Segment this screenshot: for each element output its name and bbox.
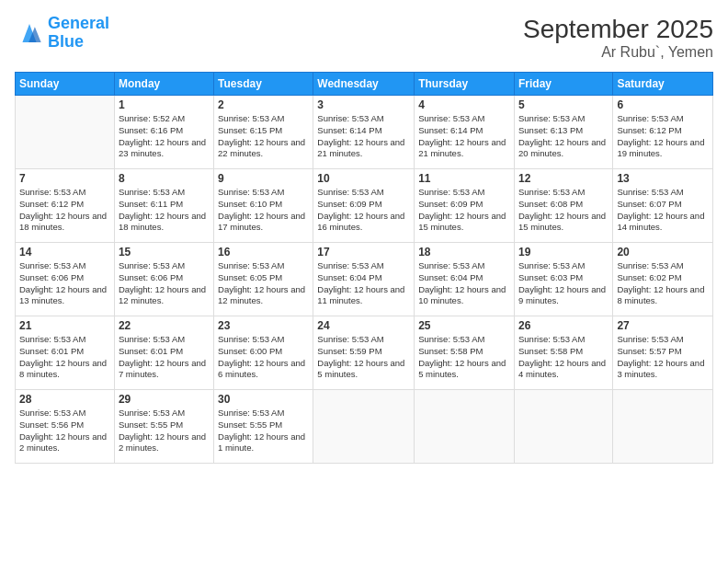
calendar-cell: 30Sunrise: 5:53 AMSunset: 5:55 PMDayligh… (214, 390, 313, 464)
calendar-cell: 15Sunrise: 5:53 AMSunset: 6:06 PMDayligh… (114, 243, 213, 316)
calendar-cell: 23Sunrise: 5:53 AMSunset: 6:00 PMDayligh… (214, 316, 313, 390)
day-info: Sunrise: 5:53 AMSunset: 6:14 PMDaylight:… (418, 113, 510, 160)
logo-text: General Blue (48, 15, 109, 52)
day-info: Sunrise: 5:53 AMSunset: 5:55 PMDaylight:… (119, 408, 210, 454)
day-info: Sunrise: 5:53 AMSunset: 6:01 PMDaylight:… (19, 334, 110, 381)
day-number: 11 (418, 172, 510, 185)
day-number: 8 (119, 172, 210, 185)
calendar-body: 1Sunrise: 5:52 AMSunset: 6:16 PMDaylight… (16, 96, 713, 464)
calendar-cell: 12Sunrise: 5:53 AMSunset: 6:08 PMDayligh… (514, 169, 612, 243)
day-number: 30 (218, 393, 309, 406)
day-number: 5 (518, 98, 609, 111)
calendar-cell: 1Sunrise: 5:52 AMSunset: 6:16 PMDaylight… (114, 96, 213, 169)
day-info: Sunrise: 5:53 AMSunset: 6:04 PMDaylight:… (317, 260, 410, 307)
calendar-cell (514, 390, 612, 464)
calendar-cell: 26Sunrise: 5:53 AMSunset: 5:58 PMDayligh… (514, 316, 612, 390)
day-number: 25 (418, 319, 510, 332)
calendar-cell: 2Sunrise: 5:53 AMSunset: 6:15 PMDaylight… (214, 96, 313, 169)
day-info: Sunrise: 5:53 AMSunset: 5:58 PMDaylight:… (518, 334, 609, 381)
day-number: 12 (518, 172, 609, 185)
day-info: Sunrise: 5:53 AMSunset: 6:11 PMDaylight:… (119, 187, 210, 234)
day-info: Sunrise: 5:53 AMSunset: 6:14 PMDaylight:… (317, 113, 410, 160)
th-saturday: Saturday (613, 73, 713, 96)
day-number: 21 (19, 319, 110, 332)
day-info: Sunrise: 5:53 AMSunset: 5:59 PMDaylight:… (317, 334, 410, 381)
calendar-cell: 10Sunrise: 5:53 AMSunset: 6:09 PMDayligh… (313, 169, 415, 243)
day-number: 18 (418, 246, 510, 259)
calendar-cell: 27Sunrise: 5:53 AMSunset: 5:57 PMDayligh… (613, 316, 713, 390)
calendar-header: Sunday Monday Tuesday Wednesday Thursday… (16, 73, 713, 96)
day-number: 7 (19, 172, 110, 185)
day-number: 4 (418, 98, 510, 111)
th-thursday: Thursday (415, 73, 515, 96)
th-tuesday: Tuesday (214, 73, 313, 96)
th-friday: Friday (514, 73, 612, 96)
calendar-table: Sunday Monday Tuesday Wednesday Thursday… (15, 72, 713, 464)
day-number: 15 (119, 246, 210, 259)
location-title: Ar Rubu`, Yemen (523, 44, 713, 61)
calendar-week-row: 14Sunrise: 5:53 AMSunset: 6:06 PMDayligh… (16, 243, 713, 316)
calendar-cell: 6Sunrise: 5:53 AMSunset: 6:12 PMDaylight… (613, 96, 713, 169)
calendar-cell: 21Sunrise: 5:53 AMSunset: 6:01 PMDayligh… (16, 316, 115, 390)
calendar-cell: 17Sunrise: 5:53 AMSunset: 6:04 PMDayligh… (313, 243, 415, 316)
calendar-cell (313, 390, 415, 464)
day-info: Sunrise: 5:53 AMSunset: 6:13 PMDaylight:… (518, 113, 609, 160)
day-info: Sunrise: 5:53 AMSunset: 6:05 PMDaylight:… (218, 260, 309, 307)
logo-icon (15, 20, 44, 46)
logo-blue: Blue (48, 32, 84, 51)
day-info: Sunrise: 5:53 AMSunset: 5:56 PMDaylight:… (19, 408, 110, 454)
day-info: Sunrise: 5:53 AMSunset: 6:09 PMDaylight:… (317, 187, 410, 234)
day-info: Sunrise: 5:53 AMSunset: 6:08 PMDaylight:… (518, 187, 609, 234)
calendar-cell: 16Sunrise: 5:53 AMSunset: 6:05 PMDayligh… (214, 243, 313, 316)
day-number: 14 (19, 246, 110, 259)
logo-general: General (48, 14, 109, 32)
day-info: Sunrise: 5:53 AMSunset: 5:58 PMDaylight:… (418, 334, 510, 381)
day-info: Sunrise: 5:53 AMSunset: 5:55 PMDaylight:… (218, 408, 309, 454)
th-sunday: Sunday (16, 73, 115, 96)
calendar-cell: 8Sunrise: 5:53 AMSunset: 6:11 PMDaylight… (114, 169, 213, 243)
day-number: 28 (19, 393, 110, 406)
calendar-cell: 24Sunrise: 5:53 AMSunset: 5:59 PMDayligh… (313, 316, 415, 390)
day-info: Sunrise: 5:53 AMSunset: 6:10 PMDaylight:… (218, 187, 309, 234)
day-number: 17 (317, 246, 410, 259)
calendar-cell: 7Sunrise: 5:53 AMSunset: 6:12 PMDaylight… (16, 169, 115, 243)
day-info: Sunrise: 5:53 AMSunset: 6:12 PMDaylight:… (617, 113, 709, 160)
day-number: 29 (119, 393, 210, 406)
calendar-cell: 9Sunrise: 5:53 AMSunset: 6:10 PMDaylight… (214, 169, 313, 243)
calendar-cell (613, 390, 713, 464)
calendar-cell: 20Sunrise: 5:53 AMSunset: 6:02 PMDayligh… (613, 243, 713, 316)
day-number: 26 (518, 319, 609, 332)
calendar-week-row: 21Sunrise: 5:53 AMSunset: 6:01 PMDayligh… (16, 316, 713, 390)
day-number: 19 (518, 246, 609, 259)
calendar-cell: 19Sunrise: 5:53 AMSunset: 6:03 PMDayligh… (514, 243, 612, 316)
day-number: 9 (218, 172, 309, 185)
calendar-cell: 29Sunrise: 5:53 AMSunset: 5:55 PMDayligh… (114, 390, 213, 464)
day-info: Sunrise: 5:52 AMSunset: 6:16 PMDaylight:… (119, 113, 210, 160)
calendar-cell: 11Sunrise: 5:53 AMSunset: 6:09 PMDayligh… (415, 169, 515, 243)
day-number: 16 (218, 246, 309, 259)
day-number: 22 (119, 319, 210, 332)
calendar-cell: 28Sunrise: 5:53 AMSunset: 5:56 PMDayligh… (16, 390, 115, 464)
calendar-page: General Blue September 2025 Ar Rubu`, Ye… (0, 0, 728, 563)
day-number: 2 (218, 98, 309, 111)
calendar-cell: 22Sunrise: 5:53 AMSunset: 6:01 PMDayligh… (114, 316, 213, 390)
calendar-cell (415, 390, 515, 464)
day-info: Sunrise: 5:53 AMSunset: 6:02 PMDaylight:… (617, 260, 709, 307)
day-number: 10 (317, 172, 410, 185)
th-monday: Monday (114, 73, 213, 96)
calendar-week-row: 1Sunrise: 5:52 AMSunset: 6:16 PMDaylight… (16, 96, 713, 169)
title-block: September 2025 Ar Rubu`, Yemen (523, 15, 713, 61)
calendar-cell: 13Sunrise: 5:53 AMSunset: 6:07 PMDayligh… (613, 169, 713, 243)
calendar-week-row: 28Sunrise: 5:53 AMSunset: 5:56 PMDayligh… (16, 390, 713, 464)
day-number: 27 (617, 319, 709, 332)
th-wednesday: Wednesday (313, 73, 415, 96)
day-info: Sunrise: 5:53 AMSunset: 5:57 PMDaylight:… (617, 334, 709, 381)
day-info: Sunrise: 5:53 AMSunset: 6:15 PMDaylight:… (218, 113, 309, 160)
day-info: Sunrise: 5:53 AMSunset: 6:06 PMDaylight:… (19, 260, 110, 307)
logo: General Blue (15, 15, 109, 52)
calendar-cell: 4Sunrise: 5:53 AMSunset: 6:14 PMDaylight… (415, 96, 515, 169)
day-number: 1 (119, 98, 210, 111)
day-info: Sunrise: 5:53 AMSunset: 6:12 PMDaylight:… (19, 187, 110, 234)
day-info: Sunrise: 5:53 AMSunset: 6:07 PMDaylight:… (617, 187, 709, 234)
calendar-cell: 25Sunrise: 5:53 AMSunset: 5:58 PMDayligh… (415, 316, 515, 390)
